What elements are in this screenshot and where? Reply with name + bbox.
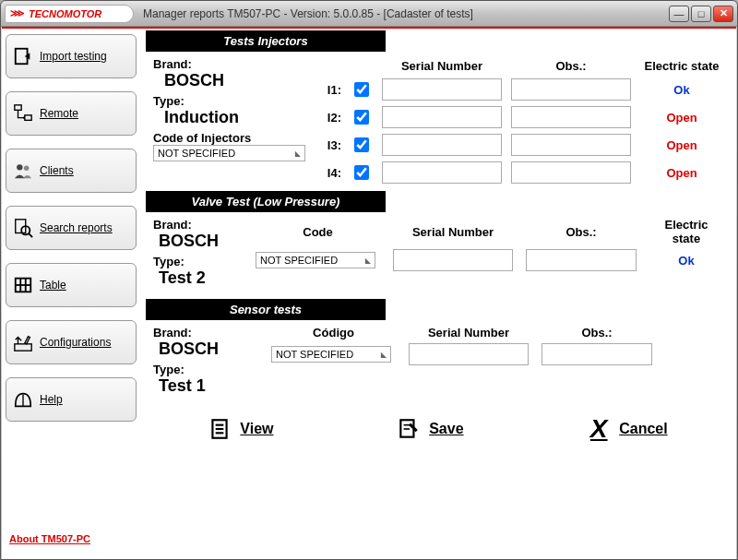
sidebar-item-configurations[interactable]: Configurations	[6, 320, 137, 364]
brand-label: Brand:	[153, 326, 264, 340]
injector-state: Open	[640, 138, 723, 152]
type-label: Type:	[153, 363, 264, 376]
injector-checkbox[interactable]	[354, 137, 369, 152]
cancel-icon: X	[586, 416, 612, 442]
sidebar-item-help[interactable]: Help	[6, 377, 137, 422]
svg-rect-2	[25, 115, 31, 120]
sidebar-item-label: Table	[40, 279, 66, 292]
window-title: Manager reports TM507-PC - Version: 5.0.…	[143, 7, 669, 20]
injector-checkbox[interactable]	[354, 165, 369, 180]
injector-obs-input[interactable]	[511, 134, 631, 156]
titlebar[interactable]: TECNOMOTOR Manager reports TM507-PC - Ve…	[1, 1, 737, 27]
brand-value: BOSCH	[159, 232, 248, 251]
brand-label: Brand:	[153, 57, 308, 71]
injector-obs-input[interactable]	[511, 161, 631, 184]
sidebar-item-search-reports[interactable]: Search reports	[6, 206, 137, 250]
remote-icon	[12, 102, 34, 125]
serial-number-header: Serial Number	[382, 59, 502, 73]
valve-obs-input[interactable]	[526, 249, 637, 271]
svg-point-3	[17, 164, 22, 170]
brand-value: BOSCH	[159, 340, 264, 359]
obs-header: Obs.:	[542, 326, 652, 340]
injector-obs-input[interactable]	[511, 78, 631, 101]
section-title-injectors: Tests Injectors	[146, 30, 386, 52]
search-reports-icon	[12, 217, 34, 239]
sidebar: Import testing Remote Clients Search rep…	[2, 29, 140, 559]
injector-state: Open	[640, 111, 723, 125]
injector-state: Ok	[640, 83, 723, 97]
sidebar-item-label: Remote	[40, 107, 78, 120]
logo: TECNOMOTOR	[5, 5, 134, 23]
sensor-serial-input[interactable]	[409, 343, 529, 365]
sidebar-item-clients[interactable]: Clients	[6, 149, 137, 193]
code-of-injectors-select[interactable]: NOT SPECIFIED	[153, 145, 305, 161]
valve-state: Ok	[649, 254, 723, 268]
electric-state-header: Electric state	[649, 218, 723, 245]
injector-row-label: I2:	[315, 111, 341, 125]
table-icon	[12, 274, 34, 296]
obs-header: Obs.:	[511, 59, 631, 73]
injector-obs-input[interactable]	[511, 106, 631, 128]
view-button[interactable]: View	[207, 416, 273, 442]
sidebar-item-label: Help	[40, 393, 63, 406]
sidebar-item-label: Clients	[40, 164, 74, 177]
configurations-icon	[12, 331, 34, 353]
code-header: Code	[256, 225, 380, 239]
injector-serial-input[interactable]	[382, 106, 502, 128]
sensor-obs-input[interactable]	[542, 343, 652, 365]
electric-state-header: Electric state	[640, 59, 723, 73]
svg-rect-12	[15, 344, 31, 351]
type-label: Type:	[153, 94, 308, 108]
save-icon	[396, 416, 422, 442]
valve-serial-input[interactable]	[393, 249, 513, 271]
section-title-sensor: Sensor tests	[146, 299, 386, 320]
injector-state: Open	[640, 166, 723, 180]
sidebar-item-label: Configurations	[40, 336, 111, 349]
clients-icon	[12, 160, 34, 182]
svg-rect-1	[15, 105, 21, 111]
svg-line-7	[29, 233, 32, 237]
injector-checkbox[interactable]	[354, 110, 369, 125]
type-value: Test 2	[159, 268, 248, 288]
type-value: Test 1	[159, 376, 264, 396]
brand-label: Brand:	[153, 218, 248, 232]
brand-value: BOSCH	[164, 71, 308, 90]
cancel-label: Cancel	[619, 421, 667, 437]
app-window: TECNOMOTOR Manager reports TM507-PC - Ve…	[0, 0, 738, 560]
about-link[interactable]: About TM507-PC	[6, 528, 137, 554]
save-label: Save	[429, 421, 463, 437]
serial-number-header: Serial Number	[409, 326, 529, 340]
code-of-injectors-label: Code of Injectors	[153, 131, 308, 145]
sensor-code-select[interactable]: NOT SPECIFIED	[271, 346, 391, 363]
sidebar-item-label: Import testing	[40, 50, 107, 63]
view-label: View	[240, 421, 273, 437]
type-label: Type:	[153, 255, 248, 268]
sidebar-item-remote[interactable]: Remote	[6, 91, 137, 136]
injector-serial-input[interactable]	[382, 78, 502, 101]
injector-row-label: I4:	[315, 166, 341, 180]
injector-serial-input[interactable]	[382, 134, 502, 156]
obs-header: Obs.:	[526, 225, 637, 239]
view-icon	[207, 416, 232, 442]
injector-checkbox[interactable]	[354, 82, 369, 97]
svg-point-4	[24, 166, 29, 172]
serial-number-header: Serial Number	[393, 225, 513, 239]
sidebar-item-table[interactable]: Table	[6, 263, 137, 307]
save-button[interactable]: Save	[396, 416, 463, 442]
injector-row-label: I3:	[315, 138, 341, 152]
injector-serial-input[interactable]	[382, 161, 502, 184]
maximize-button[interactable]: □	[691, 6, 711, 22]
section-title-valve: Valve Test (Low Pressure)	[146, 191, 386, 212]
sidebar-item-label: Search reports	[40, 221, 113, 234]
type-value: Induction	[164, 108, 308, 127]
help-icon	[12, 388, 34, 411]
close-button[interactable]: ✕	[713, 6, 733, 22]
main-content: Tests Injectors Brand: BOSCH Type: Induc…	[140, 29, 736, 559]
import-icon	[12, 45, 34, 67]
sidebar-item-import-testing[interactable]: Import testing	[6, 34, 137, 78]
valve-code-select[interactable]: NOT SPECIFIED	[256, 252, 375, 268]
code-header: Código	[271, 326, 396, 340]
cancel-button[interactable]: X Cancel	[586, 416, 667, 442]
minimize-button[interactable]: —	[669, 6, 689, 22]
injector-row-label: I1:	[315, 83, 341, 97]
